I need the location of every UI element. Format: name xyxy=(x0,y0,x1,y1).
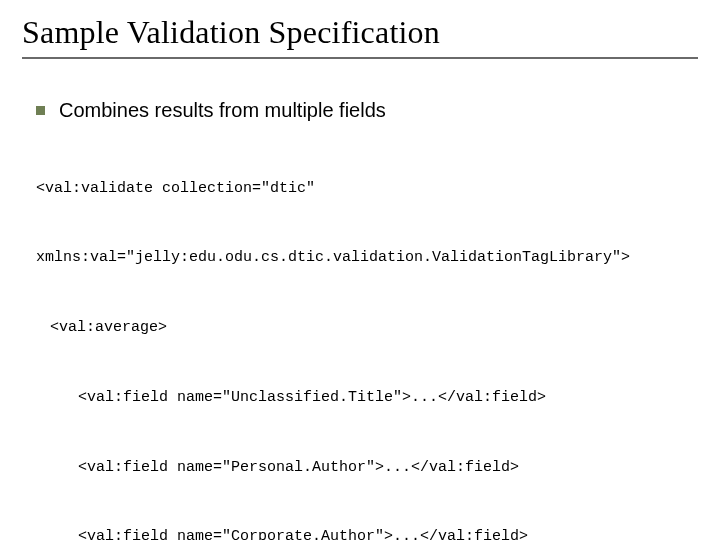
bullet-text: Combines results from multiple fields xyxy=(59,99,386,122)
code-line: <val:field name="Personal.Author">...</v… xyxy=(36,456,698,479)
square-bullet-icon xyxy=(36,106,45,115)
bullet-item: Combines results from multiple fields xyxy=(36,99,698,122)
code-line: <val:average> xyxy=(36,316,698,339)
code-line: <val:validate collection="dtic" xyxy=(36,177,698,200)
slide: Sample Validation Specification Combines… xyxy=(0,0,720,540)
page-title: Sample Validation Specification xyxy=(22,14,698,51)
code-line: <val:field name="Unclassified.Title">...… xyxy=(36,386,698,409)
code-line: <val:field name="Corporate.Author">...</… xyxy=(36,525,698,540)
code-line: xmlns:val="jelly:edu.odu.cs.dtic.validat… xyxy=(36,246,698,269)
code-block: <val:validate collection="dtic" xmlns:va… xyxy=(36,130,698,540)
title-block: Sample Validation Specification xyxy=(22,14,698,59)
